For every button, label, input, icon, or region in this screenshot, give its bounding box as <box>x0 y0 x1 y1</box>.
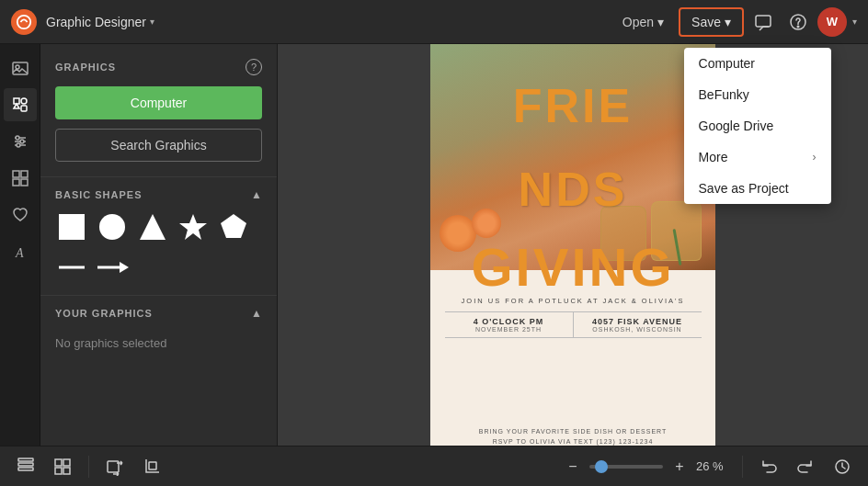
no-graphics-text: No graphics selected <box>55 329 262 357</box>
graphics-title: GRAPHICS <box>55 62 116 73</box>
svg-marker-24 <box>179 214 207 240</box>
crop-icon-button[interactable] <box>137 452 166 481</box>
zoom-slider[interactable] <box>589 465 663 469</box>
grid-icon-button[interactable] <box>48 452 77 481</box>
poster-bottom-text: BRING YOUR FAVORITE SIDE DISH OR DESSERT… <box>430 427 715 446</box>
save-computer-item[interactable]: Computer <box>684 48 831 79</box>
rail-table-icon[interactable] <box>4 162 37 195</box>
computer-button[interactable]: Computer <box>55 86 262 119</box>
shape-line[interactable] <box>55 251 88 284</box>
poster-friends-text: NDS <box>519 162 628 217</box>
save-dropdown: Computer BeFunky Google Drive More › Sav… <box>684 48 831 204</box>
basic-shapes-title: BASIC SHAPES <box>55 189 143 200</box>
left-panel: GRAPHICS ? Computer Search Graphics BASI… <box>40 44 278 446</box>
save-button[interactable]: Save ▾ <box>679 7 744 37</box>
bottom-separator-1 <box>88 456 89 478</box>
poster-detail-left: 4 O'CLOCK PM NOVEMBER 25TH <box>445 312 574 337</box>
undo-icon-button[interactable] <box>754 452 783 481</box>
zoom-minus-button[interactable]: − <box>562 456 584 478</box>
search-graphics-button[interactable]: Search Graphics <box>55 129 262 162</box>
svg-point-3 <box>797 26 799 28</box>
svg-marker-23 <box>140 214 166 240</box>
svg-rect-34 <box>55 468 62 474</box>
shape-triangle[interactable] <box>136 210 169 243</box>
topbar: Graphic Designer ▾ Open ▾ Save ▾ Compute… <box>0 0 868 44</box>
app-name: Graphic Designer <box>46 15 146 29</box>
save-befunky-item[interactable]: BeFunky <box>684 79 831 110</box>
svg-point-7 <box>21 98 27 104</box>
shape-square[interactable] <box>55 210 88 243</box>
open-caret-icon: ▾ <box>657 15 664 29</box>
save-caret-icon: ▾ <box>725 15 731 29</box>
your-graphics-collapse-icon[interactable]: ▲ <box>251 307 262 320</box>
history-icon-button[interactable] <box>828 452 857 481</box>
save-more-item[interactable]: More › <box>684 141 831 173</box>
chat-icon-button[interactable] <box>748 6 779 38</box>
photo-orange-2 <box>472 209 501 238</box>
redo-icon-button[interactable] <box>791 452 820 481</box>
shape-arrow[interactable] <box>96 251 129 284</box>
resize-icon-button[interactable] <box>100 452 130 481</box>
shape-circle[interactable] <box>96 210 129 243</box>
open-button[interactable]: Open ▾ <box>611 9 675 35</box>
graphics-help-icon[interactable]: ? <box>246 59 262 75</box>
avatar-caret-icon[interactable]: ▾ <box>852 17 857 27</box>
basic-shapes-collapse-icon[interactable]: ▲ <box>251 188 262 201</box>
save-googledrive-item[interactable]: Google Drive <box>684 110 831 141</box>
svg-rect-37 <box>149 462 156 469</box>
shape-star[interactable] <box>177 210 210 243</box>
svg-point-15 <box>17 143 20 147</box>
your-graphics-section: YOUR GRAPHICS ▲ No graphics selected <box>40 296 277 368</box>
poster-giving-text: GIVING <box>471 236 674 298</box>
basic-shapes-header[interactable]: BASIC SHAPES ▲ <box>55 188 262 201</box>
poster-frie-text: FRIE <box>513 78 633 133</box>
graphics-section-header: GRAPHICS ? <box>55 59 262 75</box>
svg-rect-21 <box>59 214 85 240</box>
shape-pentagon[interactable] <box>217 210 250 243</box>
rail-text-icon[interactable]: A <box>4 235 37 268</box>
topbar-actions: Open ▾ Save ▾ Computer BeFunky Google Dr… <box>611 6 857 38</box>
rail-graphics-icon[interactable] <box>4 88 37 121</box>
poster-detail-right: 4057 FISK AVENUE OSHKOSH, WISCONSIN <box>574 312 702 337</box>
svg-point-22 <box>99 214 125 240</box>
svg-rect-30 <box>18 468 33 470</box>
zoom-plus-button[interactable]: + <box>668 456 691 478</box>
svg-rect-18 <box>13 179 19 186</box>
svg-point-0 <box>17 15 30 28</box>
svg-rect-31 <box>18 458 33 461</box>
svg-point-14 <box>20 140 24 143</box>
basic-shapes-section: BASIC SHAPES ▲ <box>40 177 277 295</box>
svg-rect-1 <box>756 16 771 27</box>
icon-rail: A <box>0 44 40 446</box>
rail-adjust-icon[interactable] <box>4 125 37 158</box>
your-graphics-header[interactable]: YOUR GRAPHICS ▲ <box>55 307 262 320</box>
help-icon-button[interactable] <box>782 6 814 38</box>
svg-rect-4 <box>13 62 28 74</box>
poster-address2: OSHKOSH, WISCONSIN <box>579 326 696 333</box>
rail-photo-icon[interactable] <box>4 51 37 85</box>
poster-address1: 4057 FISK AVENUE <box>579 317 696 326</box>
save-as-project-item[interactable]: Save as Project <box>684 173 831 204</box>
bottom-separator-2 <box>742 456 743 478</box>
poster-time: 4 O'CLOCK PM <box>451 317 567 326</box>
svg-point-13 <box>16 136 19 140</box>
layers-icon-button[interactable] <box>11 452 40 481</box>
zoom-control: − + 26 % <box>562 456 731 478</box>
svg-marker-28 <box>120 262 129 273</box>
svg-rect-19 <box>21 179 28 186</box>
svg-rect-9 <box>21 106 27 111</box>
svg-text:A: A <box>15 246 24 260</box>
poster-canvas: NDS FRIE GIVING JOIN US FOR A POTLUCK AT… <box>430 44 715 446</box>
your-graphics-title: YOUR GRAPHICS <box>55 308 153 319</box>
avatar-button[interactable]: W <box>817 7 847 37</box>
svg-rect-17 <box>21 171 28 177</box>
canvas-wrapper: NDS FRIE GIVING JOIN US FOR A POTLUCK AT… <box>430 44 715 446</box>
svg-rect-29 <box>18 463 33 466</box>
more-arrow-icon: › <box>813 151 817 164</box>
rail-heart-icon[interactable] <box>4 198 37 232</box>
app-logo[interactable] <box>11 9 37 35</box>
svg-rect-35 <box>63 468 70 474</box>
poster-subtitle: JOIN US FOR A POTLUCK AT JACK & OLIVIA'S <box>462 297 685 305</box>
app-name-caret[interactable]: ▾ <box>150 17 154 27</box>
svg-rect-33 <box>63 459 70 466</box>
